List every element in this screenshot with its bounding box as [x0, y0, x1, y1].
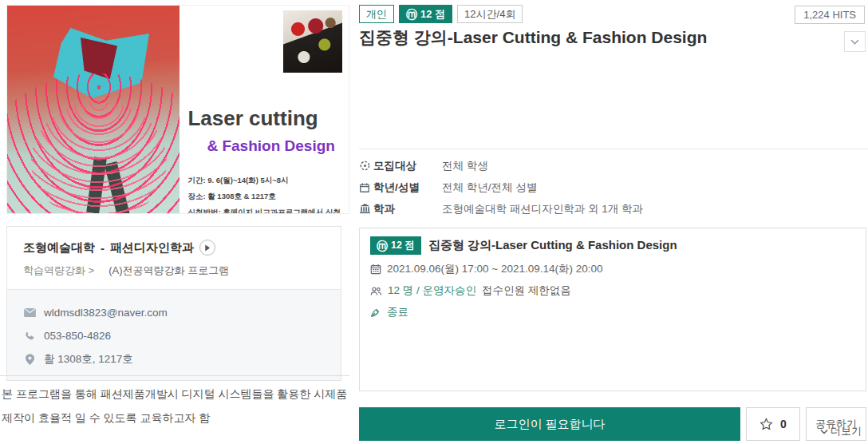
info-label: 학년/성별: [373, 180, 442, 195]
program-summary-column: 개인 ⓜ 12 점 12시간/4회 1,224 HITS 집중형 강의-Lase…: [359, 0, 868, 444]
star-icon: [760, 418, 773, 430]
info-row-department: 학과 조형예술대학 패션디자인학과 외 1개 학과: [359, 198, 868, 220]
chevron-down-icon: [850, 39, 859, 45]
session-title: 집중형 강의-Laser Cutting & Fashion Design: [428, 238, 677, 253]
info-value: 조형예술대학 패션디자인학과 외 1개 학과: [442, 202, 643, 216]
favorite-button[interactable]: 0: [746, 407, 800, 441]
contact-email: wldmsdl3823@naver.com: [44, 307, 168, 319]
program-description: 본 프로그램을 통해 패션제품개발시 디지털 시스템들을 활용한 시제품 제작이…: [2, 382, 351, 430]
action-bar: 로그인이 필요합니다 0 공유하기: [359, 407, 866, 441]
session-points-badge: ⓜ 12 점: [370, 236, 421, 255]
contact-email-row: wldmsdl3823@naver.com: [23, 301, 325, 324]
show-more-label: 더보기: [831, 424, 862, 438]
poster-details: 기간: 9. 6(월)~14(화) 5시~8시 장소: 활 1308호 & 12…: [187, 172, 341, 214]
badge-row: 개인 ⓜ 12 점 12시간/4회: [359, 5, 523, 23]
chevron-down-icon: [820, 429, 828, 434]
info-label: 모집대상: [373, 159, 442, 173]
badge-points-label: 12 점: [420, 7, 445, 22]
session-info-panel: ⓜ 12 점 집중형 강의-Laser Cutting & Fashion De…: [359, 228, 866, 391]
target-icon: [359, 160, 373, 172]
calendar-icon: [359, 182, 373, 193]
page-title: 집중형 강의-Laser Cutting & Fashion Design: [359, 26, 707, 49]
program-type: (A)전공역량강화 프로그램: [108, 264, 229, 278]
poster-subtitle: & Fashion Design: [207, 137, 341, 155]
show-more-link[interactable]: 더보기: [820, 424, 862, 438]
phone-icon: [23, 331, 36, 341]
info-value: 전체 학년/전체 성별: [442, 180, 537, 195]
program-detail-page: Laser cutting & Fashion Design 기간: 9. 6(…: [0, 0, 868, 444]
department-name: 패션디자인학과: [110, 240, 194, 256]
contact-phone-row: 053-850-4826: [23, 324, 325, 347]
favorite-count: 0: [780, 418, 787, 430]
poster-text-area: Laser cutting & Fashion Design 기간: 9. 6(…: [180, 6, 349, 213]
session-date-row: 2021.09.06(월) 17:00 ~ 2021.09.14(화) 20:0…: [370, 262, 855, 276]
poster-title: Laser cutting: [187, 106, 341, 131]
session-points-label: 12 점: [391, 239, 415, 252]
building-icon: [359, 203, 373, 215]
info-value: 전체 학생: [442, 159, 488, 173]
department-expand-button[interactable]: [844, 31, 866, 52]
college-name: 조형예술대학: [23, 240, 95, 256]
badge-hours: 12시간/4회: [457, 5, 523, 23]
department-card-top: 조형예술대학 - 패션디자인학과 학습역량강화 > (A)전공역량강화 프로그램: [7, 227, 341, 289]
poster-lasercut-net: [31, 101, 167, 213]
session-header: ⓜ 12 점 집중형 강의-Laser Cutting & Fashion De…: [370, 236, 855, 255]
play-button[interactable]: [199, 240, 215, 256]
session-status-row: 종료: [370, 305, 855, 319]
info-row-grade-gender: 학년/성별 전체 학년/전체 성별: [359, 176, 868, 198]
contact-phone: 053-850-4826: [44, 330, 111, 342]
envelope-icon: [23, 308, 36, 317]
poster-detail-place: 장소: 활 1308호 & 1217호: [187, 188, 341, 204]
category-path[interactable]: 학습역량강화 >: [23, 264, 94, 278]
program-category-row: 학습역량강화 > (A)전공역량강화 프로그램: [23, 264, 325, 278]
login-required-button[interactable]: 로그인이 필요합니다: [359, 407, 740, 441]
contact-location-row: 활 1308호, 1217호: [23, 347, 325, 371]
badge-personal: 개인: [359, 5, 394, 23]
poster-model-photo: [7, 6, 180, 213]
session-capacity-row: 12 명 / 운영자승인 접수인원 제한없음: [370, 283, 855, 298]
divider: [0, 375, 349, 376]
mileage-icon: ⓜ: [406, 9, 417, 20]
divider: [359, 149, 868, 149]
session-capacity: 12 명 / 운영자승인: [388, 283, 476, 298]
hits-counter: 1,224 HITS: [795, 6, 865, 24]
poster-detail-period: 기간: 9. 6(월)~14(화) 5시~8시: [187, 172, 341, 188]
title-dash: -: [101, 241, 105, 255]
department-card: 조형예술대학 - 패션디자인학과 학습역량강화 > (A)전공역량강화 프로그램…: [6, 226, 341, 381]
pen-icon: [370, 307, 381, 318]
session-capacity-note: 접수인원 제한없음: [482, 283, 571, 298]
people-icon: [370, 286, 382, 296]
program-info-rows: 모집대상 전체 학생 학년/성별 전체 학년/전체 성별 학과 조형예술대학 패…: [359, 155, 868, 220]
poster-detail-apply: 신청방법: 홈페이지 비교과프로그램에서 신청: [187, 204, 341, 214]
department-title-row: 조형예술대학 - 패션디자인학과: [23, 240, 325, 256]
mileage-icon: ⓜ: [377, 240, 388, 252]
info-label: 학과: [373, 202, 442, 216]
badge-mileage-points: ⓜ 12 점: [399, 5, 452, 23]
contact-section: wldmsdl3823@naver.com 053-850-4826 활 130…: [7, 289, 341, 380]
session-date: 2021.09.06(월) 17:00 ~ 2021.09.14(화) 20:0…: [387, 262, 603, 276]
map-pin-icon: [23, 354, 36, 365]
runway-photo-thumbnail: [283, 10, 342, 73]
session-status: 종료: [387, 305, 408, 319]
contact-location: 활 1308호, 1217호: [44, 352, 133, 367]
calendar-icon: [370, 264, 381, 275]
program-poster-image: Laser cutting & Fashion Design 기간: 9. 6(…: [6, 5, 349, 214]
info-row-target: 모집대상 전체 학생: [359, 155, 868, 176]
